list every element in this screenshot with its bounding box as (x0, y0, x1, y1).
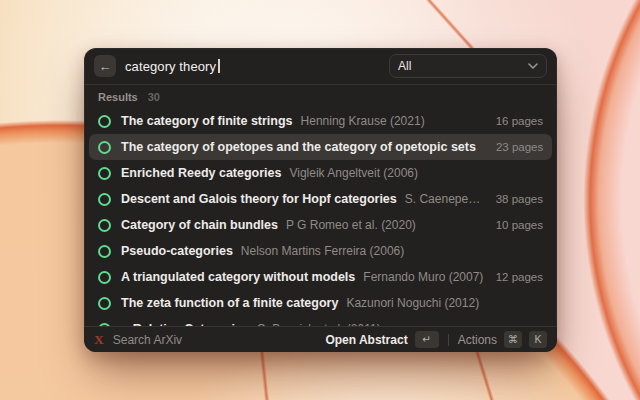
result-row[interactable]: Pseudo-categories Nelson Martins Ferreir… (89, 238, 552, 264)
search-arxiv-window: ← category theory All Results 30 The cat… (84, 48, 557, 352)
paper-title: Descent and Galois theory for Hopf categ… (121, 192, 397, 206)
paper-circle-icon (98, 115, 111, 128)
paper-authors: Nelson Martins Ferreira (2006) (241, 244, 404, 258)
results-list: The category of finite strings Henning K… (84, 108, 557, 327)
paper-authors: S. Caenepeel et al. (2017) (405, 192, 484, 206)
back-button[interactable]: ← (94, 55, 116, 77)
open-abstract-button[interactable]: Open Abstract (325, 333, 407, 347)
paper-circle-icon (98, 219, 111, 232)
search-query-text: category theory (125, 59, 216, 74)
paper-authors: P G Romeo et al. (2020) (286, 218, 416, 232)
result-row[interactable]: Category of chain bundles P G Romeo et a… (89, 212, 552, 238)
chevron-down-icon (528, 63, 538, 69)
footer-divider (448, 334, 449, 346)
paper-title: The category of opetopes and the categor… (121, 140, 476, 154)
text-cursor (218, 59, 220, 73)
window-footer: X Search ArXiv Open Abstract ↵ Actions ⌘… (84, 326, 557, 352)
results-label: Results (98, 91, 138, 103)
paper-title: The category of finite strings (121, 114, 293, 128)
paper-title: Pseudo-categories (121, 244, 233, 258)
paper-pages: 10 pages (484, 219, 543, 231)
result-row[interactable]: Enriched Reedy categories Vigleik Angelt… (89, 160, 552, 186)
paper-title: Enriched Reedy categories (121, 166, 281, 180)
arxiv-logo-icon: X (94, 332, 104, 348)
results-section-header: Results 30 (84, 86, 557, 108)
result-row[interactable]: Descent and Galois theory for Hopf categ… (89, 186, 552, 212)
paper-circle-icon (98, 193, 111, 206)
k-key-icon: K (529, 331, 547, 348)
command-key-icon: ⌘ (504, 331, 522, 348)
paper-title: A triangulated category without models (121, 270, 355, 284)
wallpaper-shape (580, 0, 640, 400)
paper-circle-icon (98, 297, 111, 310)
desktop-wallpaper: ← category theory All Results 30 The cat… (0, 0, 640, 400)
paper-circle-icon (98, 141, 111, 154)
filter-dropdown[interactable]: All (389, 54, 547, 78)
paper-authors: Fernando Muro (2007) (363, 270, 483, 284)
paper-title: The zeta function of a finite category (121, 296, 338, 310)
actions-button[interactable]: Actions (458, 333, 497, 347)
search-input[interactable]: category theory (125, 59, 389, 74)
paper-circle-icon (98, 167, 111, 180)
paper-pages: 23 pages (484, 141, 543, 153)
paper-authors: Vigleik Angeltveit (2006) (289, 166, 418, 180)
filter-selected-value: All (398, 59, 411, 73)
paper-authors: Henning Krause (2021) (301, 114, 425, 128)
paper-circle-icon (98, 271, 111, 284)
paper-title: Category of chain bundles (121, 218, 278, 232)
result-row[interactable]: The category of finite strings Henning K… (89, 108, 552, 134)
window-header: ← category theory All (84, 48, 557, 85)
result-row-selected[interactable]: The category of opetopes and the categor… (89, 134, 552, 160)
back-arrow-icon: ← (99, 60, 112, 73)
paper-pages: 12 pages (484, 271, 543, 283)
result-row[interactable]: A triangulated category without models F… (89, 264, 552, 290)
paper-circle-icon (98, 245, 111, 258)
paper-authors: Kazunori Noguchi (2012) (346, 296, 479, 310)
paper-pages: 16 pages (484, 115, 543, 127)
paper-pages: 38 pages (484, 193, 543, 205)
result-row[interactable]: The zeta function of a finite category K… (89, 290, 552, 316)
enter-key-icon: ↵ (415, 331, 439, 348)
extension-name: Search ArXiv (113, 333, 182, 347)
results-count: 30 (148, 91, 160, 103)
